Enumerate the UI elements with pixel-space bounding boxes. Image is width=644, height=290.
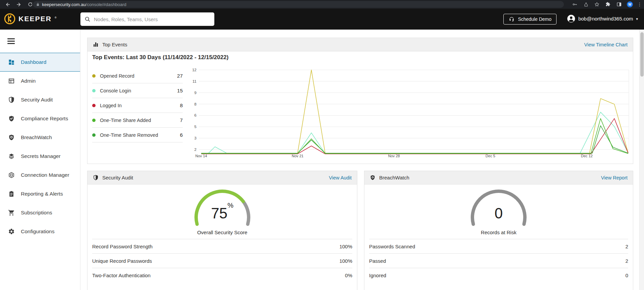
console-search: [80, 12, 214, 26]
sidebar-item-label: Reporting & Alerts: [21, 191, 63, 197]
account-avatar-icon: [567, 14, 575, 23]
legend-label: Opened Record: [100, 73, 134, 79]
page-scrollbar: [639, 30, 644, 290]
stat-label: Passwords Scanned: [369, 244, 415, 249]
legend-color-dot: [92, 119, 96, 122]
legend-count: 7: [180, 117, 183, 123]
browser-reload-icon[interactable]: [27, 1, 34, 8]
sidebar-item-label: Admin: [21, 78, 36, 84]
stat-value: 100%: [339, 244, 352, 249]
sidebar-item-label: Connection Manager: [21, 172, 69, 178]
side-panel-icon[interactable]: [616, 1, 622, 8]
secrets-manager-icon: [8, 153, 15, 160]
shield-icon: [93, 175, 99, 180]
view-audit-link[interactable]: View Audit: [329, 175, 352, 180]
top-events-title: Top Events: [102, 42, 127, 47]
security-audit-stats: Record Password Strength100%Unique Recor…: [92, 239, 352, 282]
sidebar-item-security-audit[interactable]: Security Audit: [0, 90, 80, 109]
scrollbar-thumb[interactable]: [640, 32, 644, 77]
stat-row: Record Password Strength100%: [92, 239, 352, 253]
view-report-link[interactable]: View Report: [601, 175, 628, 180]
security-audit-header: Security Audit View Audit: [87, 171, 357, 184]
bookmark-star-icon[interactable]: [594, 1, 600, 8]
brand-name: KEEPER: [19, 15, 51, 23]
view-timeline-chart-link[interactable]: View Timeline Chart: [584, 42, 628, 47]
stat-value: 100%: [339, 258, 352, 264]
security-score-label: Overall Security Score: [185, 230, 259, 235]
sidebar-item-dashboard[interactable]: Dashboard: [0, 53, 80, 72]
legend-color-dot: [92, 89, 96, 92]
sidebar-item-secrets-manager[interactable]: Secrets Manager: [0, 147, 80, 166]
sidebar-item-configurations[interactable]: Configurations: [0, 222, 80, 241]
top-events-legend: Opened Record27Console Login15Logged In8…: [92, 69, 183, 142]
security-score-value: 75%: [185, 206, 259, 221]
series-one-time-share-added: [201, 119, 628, 154]
y-tick-label: 5: [194, 125, 196, 129]
password-key-icon[interactable]: [571, 1, 578, 8]
breachwatch-icon: [8, 134, 15, 141]
url-text: keepersecurity.com.au/console/#dashboard: [42, 2, 127, 7]
breachwatch-header: BreachWatch View Report: [364, 171, 633, 184]
stat-value: 0: [625, 273, 628, 278]
lock-icon: [36, 3, 40, 6]
chevron-down-icon: ▾: [636, 17, 638, 21]
legend-label: One-Time Share Removed: [100, 132, 158, 138]
app-header: KEEPER® Schedule Demo bob@northwind365.c…: [0, 9, 644, 30]
stat-value: 2: [625, 258, 628, 264]
breachwatch-stats: Passwords Scanned2Passed2Ignored0: [369, 239, 628, 282]
stat-row: Ignored0: [369, 268, 628, 282]
legend-count: 27: [177, 73, 183, 79]
stat-label: Unique Record Passwords: [92, 258, 152, 264]
security-score-gauge: 75% Overall Security Score: [185, 187, 259, 238]
legend-count: 8: [180, 102, 183, 108]
browser-back-icon[interactable]: [4, 1, 11, 8]
url-host: keepersecurity.com.au: [42, 2, 86, 7]
y-tick-label: 12: [192, 68, 196, 72]
y-tick-label: 8: [194, 102, 196, 106]
browser-forward-icon[interactable]: [15, 1, 22, 8]
sidebar-item-connection-manager[interactable]: Connection Manager: [0, 166, 80, 184]
top-events-chart: 1211986532Nov 14Nov 21Nov 28Dec 5Dec 12: [189, 66, 633, 162]
sidebar-item-admin[interactable]: Admin: [0, 72, 80, 90]
top-events-card: Top Events View Timeline Chart Top Event…: [87, 38, 633, 164]
sidebar-item-reporting-alerts[interactable]: Reporting & Alerts: [0, 184, 80, 203]
browser-menu-icon[interactable]: ⋮: [637, 2, 642, 7]
series-console-login: [201, 112, 628, 154]
series-opened-record: [201, 70, 628, 153]
account-menu[interactable]: bob@northwind365.com ▾: [567, 14, 638, 23]
sidebar-item-compliance-reports[interactable]: Compliance Reports: [0, 109, 80, 128]
stat-label: Two-Factor Authentication: [92, 273, 150, 278]
schedule-demo-button[interactable]: Schedule Demo: [503, 14, 557, 25]
menu-toggle-icon[interactable]: [7, 38, 15, 45]
search-input[interactable]: [94, 16, 210, 22]
sidebar-item-label: Configurations: [21, 229, 55, 235]
legend-label: One-Time Share Added: [100, 118, 151, 123]
y-tick-label: 6: [194, 113, 196, 117]
x-tick-label: Dec 12: [581, 154, 593, 158]
records-at-risk-gauge: 0 Records at Risk: [462, 187, 536, 238]
extensions-puzzle-icon[interactable]: [605, 1, 611, 8]
legend-row: One-Time Share Added7: [92, 113, 183, 128]
bar-chart-icon: [93, 42, 99, 47]
brand-trademark: ®: [55, 16, 57, 19]
share-icon[interactable]: [582, 1, 589, 8]
legend-count: 15: [177, 88, 183, 93]
x-tick-label: Nov 28: [388, 154, 400, 158]
keeper-logo: KEEPER®: [4, 13, 57, 25]
sidebar-item-breachwatch[interactable]: BreachWatch: [0, 128, 80, 147]
stat-row: Two-Factor Authentication0%: [92, 268, 352, 282]
legend-row: Logged In8: [92, 98, 183, 113]
stat-value: 2: [625, 244, 628, 249]
compliance-reports-icon: [8, 115, 15, 122]
browser-profile-avatar[interactable]: W: [627, 1, 633, 7]
legend-label: Logged In: [100, 103, 122, 108]
legend-row: Console Login15: [92, 83, 183, 98]
stat-row: Passed2: [369, 253, 628, 268]
sidebar-item-subscriptions[interactable]: Subscriptions: [0, 203, 80, 222]
schedule-demo-label: Schedule Demo: [518, 16, 551, 22]
security-audit-icon: [8, 96, 15, 103]
x-tick-label: Nov 21: [292, 154, 303, 158]
stat-label: Ignored: [369, 273, 386, 278]
browser-address-bar[interactable]: keepersecurity.com.au/console/#dashboard: [33, 1, 564, 8]
x-tick-label: Dec 5: [486, 154, 495, 158]
